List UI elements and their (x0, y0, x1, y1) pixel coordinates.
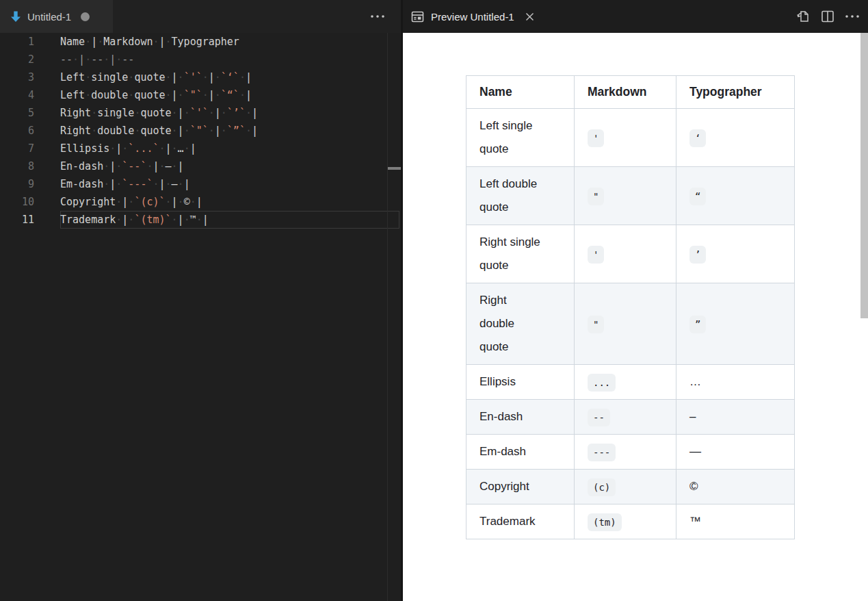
line-code: Copyright·|·`(c)`·|·©·| (60, 193, 202, 211)
split-editor-icon[interactable] (817, 7, 838, 26)
cell-typographer: … (676, 365, 795, 400)
editor-line-1[interactable]: 1Name·|·Markdown·|·Typographer (0, 33, 401, 51)
inline-code-chip: --- (588, 444, 616, 461)
line-code: Em-dash·|·`---`·|·—·| (60, 175, 190, 193)
line-number: 7 (0, 140, 34, 157)
table-row: Ellipsis...… (466, 365, 795, 400)
inline-code-chip: (c) (588, 478, 616, 496)
line-code: Left·single·quote·|·`'`·|·`‘`·| (60, 68, 252, 86)
editor-line-9[interactable]: 9Em-dash·|·`---`·|·—·| (0, 175, 401, 193)
preview-tab[interactable]: Preview Untitled-1 (403, 0, 544, 33)
line-number: 6 (0, 122, 34, 140)
cell-name: Right single quote (466, 225, 575, 283)
preview-tab-bar: Preview Untitled-1 (403, 0, 868, 33)
inline-code-chip: ’ (689, 246, 706, 264)
editor-more-actions-button[interactable] (366, 8, 389, 25)
cell-typographer: © (676, 470, 795, 504)
table-header-name: Name (466, 76, 575, 109)
line-code: Right·double·quote·|·`"`·|·`”`·| (60, 122, 258, 140)
cell-name: Copyright (466, 470, 575, 504)
line-code: Left·double·quote·|·`"`·|·`“`·| (60, 86, 252, 104)
table-row: Right double quote"” (466, 283, 795, 365)
preview-pane: Preview Untitled-1 (403, 0, 868, 601)
markdown-preview-content: NameMarkdownTypographer Left single quot… (403, 33, 868, 601)
cell-name: Trademark (466, 504, 575, 539)
cell-markdown: " (575, 283, 676, 365)
cell-typographer: ™ (676, 504, 795, 539)
table-row: Copyright(c)© (466, 470, 795, 504)
table-row: Trademark(tm)™ (466, 504, 795, 539)
line-code: --·|·--·|·-- (60, 51, 134, 68)
cell-markdown: " (575, 167, 676, 225)
table-row: En-dash--– (466, 400, 795, 435)
editor-line-6[interactable]: 6Right·double·quote·|·`"`·|·`”`·| (0, 122, 401, 140)
typographer-result: – (689, 410, 696, 423)
editor-overview-ruler[interactable] (387, 33, 401, 601)
inline-code-chip: " (588, 188, 604, 205)
editor-line-5[interactable]: 5Right·single·quote·|·`'`·|·`’`·| (0, 104, 401, 122)
app-window: Untitled-1 1Name·|·Markdown·|·Typographe… (0, 0, 868, 601)
inline-code-chip: “ (689, 188, 706, 205)
table-row: Right single quote'’ (466, 225, 795, 283)
typographer-result: — (689, 445, 701, 458)
typographer-result: ™ (689, 515, 701, 528)
cell-markdown: (c) (575, 470, 676, 504)
table-header-row: NameMarkdownTypographer (466, 76, 795, 109)
cell-typographer: — (676, 435, 795, 470)
editor-line-7[interactable]: 7Ellipsis·|·`...`·|·…·| (0, 140, 401, 157)
more-actions-icon[interactable] (842, 7, 863, 26)
inline-code-chip: ' (588, 246, 604, 264)
line-number: 3 (0, 68, 34, 86)
line-number: 11 (0, 211, 34, 229)
editor-line-10[interactable]: 10Copyright·|·`(c)`·|·©·| (0, 193, 401, 211)
typographer-result: … (689, 375, 701, 388)
scroll-position-marker (388, 167, 402, 170)
editor-line-4[interactable]: 4Left·double·quote·|·`"`·|·`“`·| (0, 86, 401, 104)
preview-table: NameMarkdownTypographer Left single quot… (466, 75, 795, 539)
cell-typographer: ’ (676, 225, 795, 283)
table-row: Left double quote"“ (466, 167, 795, 225)
cell-markdown: ' (575, 109, 676, 167)
editor-tab-bar: Untitled-1 (0, 0, 401, 33)
line-number: 1 (0, 33, 34, 51)
cell-name: Left single quote (466, 109, 575, 167)
inline-code-chip: ... (588, 374, 616, 392)
preview-action-buttons (793, 0, 863, 33)
cell-typographer: ” (676, 283, 795, 365)
line-number: 4 (0, 86, 34, 104)
editor-line-11[interactable]: 11Trademark·|·`(tm)`·|·™·| (0, 211, 401, 229)
inline-code-chip: (tm) (588, 513, 622, 531)
preview-scrollbar[interactable] (860, 33, 868, 318)
line-code: Name·|·Markdown·|·Typographer (60, 33, 239, 51)
line-number: 5 (0, 104, 34, 122)
line-code: Right·single·quote·|·`'`·|·`’`·| (60, 104, 258, 122)
editor-code-area[interactable]: 1Name·|·Markdown·|·Typographer2--·|·--·|… (0, 33, 401, 601)
cell-markdown: (tm) (575, 504, 676, 539)
editor-line-8[interactable]: 8En-dash·|·`--`·|·–·| (0, 157, 401, 175)
editor-tab-untitled-1[interactable]: Untitled-1 (0, 0, 113, 33)
editor-pane: Untitled-1 1Name·|·Markdown·|·Typographe… (0, 0, 401, 601)
markdown-file-icon (10, 10, 22, 23)
close-tab-icon[interactable] (523, 9, 538, 24)
show-source-icon[interactable] (793, 7, 813, 26)
inline-code-chip: " (588, 316, 604, 333)
cell-typographer: “ (676, 167, 795, 225)
cell-markdown: --- (575, 435, 676, 470)
cell-typographer: ‘ (676, 109, 795, 167)
typographer-result: © (689, 480, 698, 493)
line-number: 8 (0, 157, 34, 175)
editor-line-2[interactable]: 2--·|·--·|·-- (0, 51, 401, 68)
preview-window-icon (411, 10, 424, 23)
preview-tab-title: Preview Untitled-1 (431, 11, 514, 23)
line-code: Ellipsis·|·`...`·|·…·| (60, 140, 196, 157)
line-number: 2 (0, 51, 34, 68)
cell-typographer: – (676, 400, 795, 435)
modified-dot-icon (81, 12, 90, 21)
table-row: Left single quote'‘ (466, 109, 795, 167)
cell-markdown: ... (575, 365, 676, 400)
cell-name: Ellipsis (466, 365, 575, 400)
line-code: Trademark·|·`(tm)`·|·™·| (60, 211, 209, 229)
cell-name: Em-dash (466, 435, 575, 470)
inline-code-chip: ‘ (689, 129, 706, 147)
editor-line-3[interactable]: 3Left·single·quote·|·`'`·|·`‘`·| (0, 68, 401, 86)
